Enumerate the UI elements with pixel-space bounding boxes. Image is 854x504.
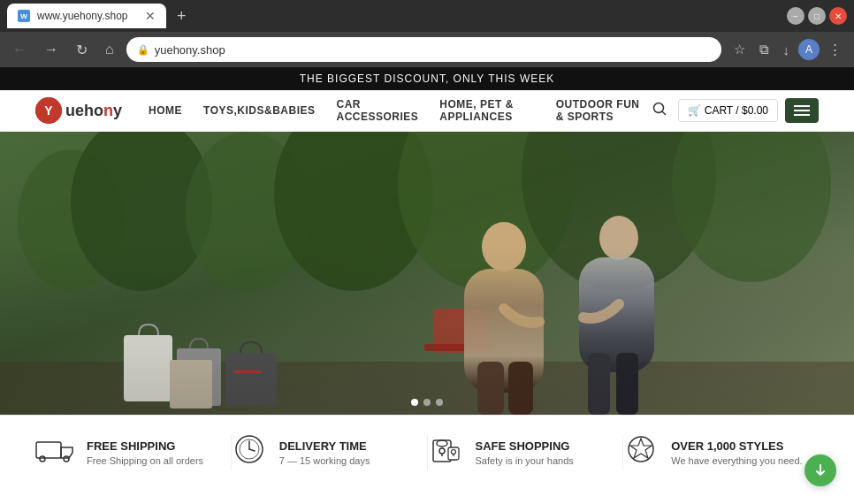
menu-line-1 <box>794 105 810 107</box>
delivery-time-title: DELIVERY TIME <box>279 439 370 453</box>
site-header: Y uehоny HOME TOYS,KIDS&BABIES CAR ACCES… <box>0 90 854 132</box>
svg-point-32 <box>64 456 69 462</box>
minimize-button[interactable]: − <box>787 7 804 25</box>
downloads-icon[interactable]: ↓ <box>778 39 796 61</box>
tab-favicon: W <box>18 10 30 22</box>
feature-delivery-time: DELIVERY TIME 7 — 15 working days <box>232 433 427 471</box>
scroll-to-top-button[interactable] <box>804 454 836 486</box>
home-button[interactable]: ⌂ <box>100 38 119 61</box>
svg-point-39 <box>439 448 445 454</box>
bookmark-star-icon[interactable]: ☆ <box>728 38 751 61</box>
free-shipping-icon <box>35 435 74 470</box>
main-nav: HOME TOYS,KIDS&BABIES CAR ACCESSORIES HO… <box>149 98 648 123</box>
hero-slider[interactable] <box>0 132 854 415</box>
menu-line-3 <box>794 114 810 116</box>
safe-shopping-text: SAFE SHOPPING Safety is in your hands <box>476 439 574 466</box>
feature-free-shipping: FREE SHIPPING Free Shipping on all order… <box>35 433 231 471</box>
over-styles-icon <box>623 433 659 471</box>
free-shipping-subtitle: Free Shipping on all orders <box>87 455 203 466</box>
slider-dot-2[interactable] <box>423 399 431 406</box>
svg-point-44 <box>629 437 653 462</box>
svg-rect-38 <box>437 440 447 447</box>
ssl-icon: 🔒 <box>137 44 149 56</box>
search-icon <box>652 101 667 117</box>
over-styles-subtitle: We have everything you need. <box>671 455 802 466</box>
delivery-time-icon <box>232 433 267 471</box>
features-bar: FREE SHIPPING Free Shipping on all order… <box>0 415 854 489</box>
free-shipping-text: FREE SHIPPING Free Shipping on all order… <box>87 439 203 466</box>
window-controls: − □ ✕ <box>787 7 847 25</box>
over-styles-text: OVER 1,000 STYLES We have everything you… <box>671 439 802 466</box>
delivery-time-text: DELIVERY TIME 7 — 15 working days <box>279 439 370 466</box>
svg-line-5 <box>662 111 666 115</box>
logo-link[interactable]: Y uehоny <box>35 97 122 124</box>
svg-line-36 <box>249 449 255 451</box>
reload-button[interactable]: ↻ <box>71 38 93 62</box>
tab-title: www.yuehony.shop <box>37 10 128 22</box>
nav-outdoor[interactable]: OUTDOOR FUN & SPORTS <box>556 98 648 123</box>
tab-close-button[interactable]: ✕ <box>145 9 156 23</box>
announcement-bar: THE BIGGEST DISCOUNT, ONLY THIS WEEK <box>0 67 854 90</box>
feature-safe-shopping: SAFE SHOPPING Safety is in your hands <box>428 433 623 471</box>
cart-button[interactable]: 🛒 CART / $0.00 <box>678 99 778 122</box>
close-button[interactable]: ✕ <box>829 7 847 25</box>
back-button[interactable]: ← <box>7 38 32 61</box>
profile-button[interactable]: A <box>798 39 820 60</box>
cart-label: CART / $0.00 <box>705 104 768 117</box>
hamburger-menu-button[interactable] <box>785 98 819 123</box>
svg-rect-30 <box>36 442 61 458</box>
address-bar[interactable]: 🔒 yuehony.shop <box>126 37 721 62</box>
nav-home-pet[interactable]: HOME, PET & APPLIANCES <box>439 98 534 123</box>
logo-icon: Y <box>35 97 62 124</box>
nav-home[interactable]: HOME <box>149 104 182 117</box>
scroll-down-icon <box>812 462 828 478</box>
nav-car-accessories[interactable]: CAR ACCESSORIES <box>336 98 418 123</box>
svg-text:Y: Y <box>44 103 53 118</box>
over-styles-title: OVER 1,000 STYLES <box>671 439 802 453</box>
cart-icon: 🛒 <box>688 104 701 117</box>
free-shipping-title: FREE SHIPPING <box>87 439 203 453</box>
extensions-icon[interactable]: ⧉ <box>754 38 774 61</box>
slider-dots <box>411 399 443 406</box>
svg-point-31 <box>40 456 45 462</box>
maximize-button[interactable]: □ <box>808 7 826 25</box>
browser-tab[interactable]: W www.yuehony.shop ✕ <box>7 4 166 28</box>
menu-line-2 <box>794 110 810 111</box>
feature-over-styles: OVER 1,000 STYLES We have everything you… <box>623 433 819 471</box>
safe-shopping-subtitle: Safety is in your hands <box>476 455 574 466</box>
safe-shopping-title: SAFE SHOPPING <box>476 439 574 453</box>
safe-shopping-icon <box>428 433 463 471</box>
slider-dot-3[interactable] <box>436 399 443 406</box>
more-options-icon[interactable]: ⋮ <box>823 38 847 61</box>
nav-actions: 🛒 CART / $0.00 <box>648 97 819 124</box>
search-button[interactable] <box>648 97 671 124</box>
new-tab-button[interactable]: + <box>173 4 190 29</box>
forward-button[interactable]: → <box>39 38 64 61</box>
url-text: yuehony.shop <box>155 43 225 57</box>
nav-toys[interactable]: TOYS,KIDS&BABIES <box>203 104 315 117</box>
hero-image <box>0 132 854 415</box>
announcement-text: THE BIGGEST DISCOUNT, ONLY THIS WEEK <box>300 73 555 85</box>
svg-point-4 <box>653 103 663 113</box>
delivery-time-subtitle: 7 — 15 working days <box>279 455 370 466</box>
svg-marker-45 <box>630 439 652 458</box>
slider-dot-1[interactable] <box>411 399 418 406</box>
toolbar-right-actions: ☆ ⧉ ↓ A ⋮ <box>728 38 848 61</box>
browser-titlebar: W www.yuehony.shop ✕ + − □ ✕ <box>0 0 854 32</box>
svg-text:W: W <box>20 12 27 20</box>
hero-overlay <box>0 245 854 415</box>
site-wrapper: THE BIGGEST DISCOUNT, ONLY THIS WEEK Y u… <box>0 67 854 489</box>
logo-text: uehоny <box>65 102 122 120</box>
browser-toolbar: ← → ↻ ⌂ 🔒 yuehony.shop ☆ ⧉ ↓ A ⋮ <box>0 32 854 67</box>
browser-chrome: W www.yuehony.shop ✕ + − □ ✕ ← → ↻ ⌂ 🔒 y… <box>0 0 854 67</box>
